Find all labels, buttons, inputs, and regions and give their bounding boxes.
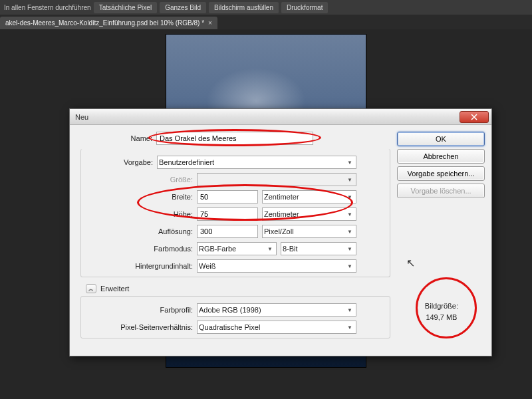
advanced-label: Erweitert <box>100 285 129 293</box>
preset-label: Vorgabe: <box>81 158 157 166</box>
image-size-value: 149,7 MB <box>425 312 458 324</box>
fit-image-button[interactable]: Ganzes Bild <box>160 2 206 13</box>
size-select: ▼ <box>197 173 356 186</box>
resolution-input[interactable] <box>197 225 258 238</box>
bgcontent-select[interactable]: Weiß▼ <box>197 259 356 273</box>
cancel-button[interactable]: Abbrechen <box>397 149 485 164</box>
app-options-bar: In allen Fenstern durchführen Tatsächlic… <box>0 0 532 15</box>
chevron-down-icon: ▼ <box>345 160 354 166</box>
colormode-select[interactable]: RGB-Farbe▼ <box>197 242 277 255</box>
chevron-up-icon: ︽ <box>86 284 96 293</box>
close-icon <box>471 114 477 120</box>
width-label: Breite: <box>81 193 197 201</box>
document-tab-label: akel-des-Meeres_Marco-Kolditz_Einführung… <box>5 19 204 27</box>
resolution-unit-select[interactable]: Pixel/Zoll▼ <box>262 225 356 238</box>
chevron-down-icon: ▼ <box>345 263 354 269</box>
new-document-dialog: Neu Name: Vorgabe: Benutzerdefiniert▼ <box>69 108 492 356</box>
delete-preset-button: Vorgabe löschen... <box>397 184 485 198</box>
height-label: Höhe: <box>81 210 197 218</box>
dialog-titlebar[interactable]: Neu <box>70 109 491 125</box>
document-tab-strip: akel-des-Meeres_Marco-Kolditz_Einführung… <box>0 15 532 29</box>
preset-select[interactable]: Benutzerdefiniert▼ <box>157 156 356 169</box>
name-label: Name: <box>76 134 156 142</box>
actual-pixels-button[interactable]: Tatsächliche Pixel <box>94 2 157 13</box>
chevron-down-icon: ▼ <box>345 325 354 331</box>
image-size-label: Bildgröße: <box>425 301 458 313</box>
colorprofile-label: Farbprofil: <box>81 306 197 314</box>
height-input[interactable] <box>197 207 258 221</box>
advanced-toggle[interactable]: ︽ Erweitert <box>86 284 390 293</box>
resolution-label: Auflösung: <box>81 227 197 235</box>
chevron-down-icon: ▼ <box>345 229 354 235</box>
height-unit-select[interactable]: Zentimeter▼ <box>262 207 356 221</box>
dialog-title: Neu <box>75 113 460 121</box>
print-format-button[interactable]: Druckformat <box>281 2 328 13</box>
bgcontent-label: Hintergrundinhalt: <box>81 262 197 270</box>
bitdepth-select[interactable]: 8-Bit▼ <box>281 242 356 255</box>
chevron-down-icon: ▼ <box>345 177 354 183</box>
chevron-down-icon: ▼ <box>345 307 354 313</box>
chevron-down-icon: ▼ <box>345 194 354 200</box>
chevron-down-icon: ▼ <box>345 211 354 217</box>
document-tab[interactable]: akel-des-Meeres_Marco-Kolditz_Einführung… <box>0 17 217 29</box>
dialog-close-button[interactable] <box>460 111 489 123</box>
name-input[interactable] <box>156 132 313 145</box>
image-size-info: Bildgröße: 149,7 MB <box>425 301 458 324</box>
pixelaspect-select[interactable]: Quadratische Pixel▼ <box>197 321 356 334</box>
chevron-down-icon: ▼ <box>345 246 354 252</box>
width-unit-select[interactable]: Zentimeter▼ <box>262 190 356 203</box>
pixelaspect-label: Pixel-Seitenverhältnis: <box>81 323 197 331</box>
ok-button[interactable]: OK <box>397 132 485 146</box>
width-input[interactable] <box>197 190 258 203</box>
all-windows-label: In allen Fenstern durchführen <box>3 4 91 11</box>
fill-screen-button[interactable]: Bildschirm ausfüllen <box>209 2 279 13</box>
colorprofile-select[interactable]: Adobe RGB (1998)▼ <box>197 303 356 317</box>
size-label: Größe: <box>81 176 197 184</box>
save-preset-button[interactable]: Vorgabe speichern... <box>397 166 485 181</box>
colormode-label: Farbmodus: <box>81 245 197 253</box>
chevron-down-icon: ▼ <box>265 246 275 252</box>
document-tab-close-icon[interactable]: × <box>208 19 212 27</box>
